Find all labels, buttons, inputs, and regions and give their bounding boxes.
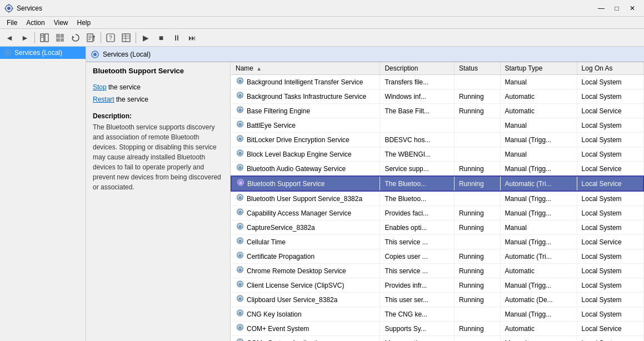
cell-logon: Local Service xyxy=(577,162,643,177)
menu-help[interactable]: Help xyxy=(73,18,96,28)
play-button[interactable]: ▶ xyxy=(138,31,153,45)
services-table-container[interactable]: Name ▲ Description Status Startup Type xyxy=(231,62,644,341)
col-description[interactable]: Description xyxy=(380,62,455,75)
table-row[interactable]: Bluetooth User Support Service_8382aThe … xyxy=(231,191,643,206)
table-row[interactable]: Background Intelligent Transfer ServiceT… xyxy=(231,75,643,89)
view-list-button[interactable] xyxy=(119,31,133,45)
show-console-button[interactable] xyxy=(37,31,52,45)
table-row[interactable]: Chrome Remote Desktop ServiceThis servic… xyxy=(231,264,643,278)
service-icon xyxy=(236,91,244,102)
table-row[interactable]: Bluetooth Support ServiceThe Bluetoo...R… xyxy=(231,176,643,191)
table-row[interactable]: CaptureService_8382aEnables opti...Runni… xyxy=(231,220,643,235)
table-row[interactable]: COM+ System ApplicationManages th...Manu… xyxy=(231,336,643,342)
refresh-button[interactable] xyxy=(68,31,83,45)
cell-desc: Enables opti... xyxy=(380,220,455,235)
close-button[interactable]: ✕ xyxy=(625,3,640,14)
svg-point-33 xyxy=(239,80,242,83)
pause-button[interactable]: ⏸ xyxy=(169,31,184,45)
cell-name: Client License Service (ClipSVC) xyxy=(231,278,380,293)
view-button[interactable] xyxy=(53,31,67,45)
toolbar-separator-1 xyxy=(34,32,35,43)
cell-status: Running xyxy=(454,176,500,191)
restart-link[interactable]: Restart xyxy=(93,96,114,103)
cell-desc: This user ser... xyxy=(380,293,455,307)
menu-file[interactable]: File xyxy=(2,18,22,28)
menu-view[interactable]: View xyxy=(49,18,73,28)
svg-rect-23 xyxy=(122,34,130,42)
table-row[interactable]: Base Filtering EngineThe Base Filt...Run… xyxy=(231,104,643,118)
svg-point-72 xyxy=(239,269,242,272)
back-button[interactable]: ◄ xyxy=(2,31,17,45)
cell-name: BattlEye Service xyxy=(231,118,380,133)
service-name-text: COM+ Event System xyxy=(247,325,309,333)
service-name-text: Client License Service (ClipSVC) xyxy=(247,282,344,289)
service-icon xyxy=(236,323,244,334)
cell-desc: Service supp... xyxy=(380,162,455,177)
cell-logon: Local System xyxy=(577,191,643,206)
col-name[interactable]: Name ▲ xyxy=(231,62,380,75)
table-row[interactable]: Block Level Backup Engine ServiceThe WBE… xyxy=(231,147,643,162)
panel-header-title: Services (Local) xyxy=(103,51,151,58)
menu-action[interactable]: Action xyxy=(22,18,49,28)
svg-point-75 xyxy=(239,283,242,286)
cell-startup: Manual xyxy=(500,220,577,235)
tree-item-services-local[interactable]: Services (Local) xyxy=(0,47,86,59)
table-row[interactable]: COM+ Event SystemSupports Sy...RunningAu… xyxy=(231,322,643,336)
stop-button[interactable]: ■ xyxy=(154,31,168,45)
cell-startup: Manual (Trigg... xyxy=(500,206,577,220)
cell-desc: The WBENGI... xyxy=(380,147,455,162)
cell-status: Running xyxy=(454,162,500,177)
cell-status xyxy=(454,133,500,147)
table-row[interactable]: CNG Key IsolationThe CNG ke...Manual (Tr… xyxy=(231,307,643,322)
desc-service-title: Bluetooth Support Service xyxy=(93,67,223,75)
cell-name: Clipboard User Service_8382a xyxy=(231,293,380,307)
cell-logon: Local System xyxy=(577,75,643,89)
col-logon[interactable]: Log On As xyxy=(577,62,643,75)
tree-item-label: Services (Local) xyxy=(14,49,62,57)
service-icon xyxy=(236,193,244,204)
export-button[interactable] xyxy=(84,31,98,45)
main-container: Services (Local) Services (Local) Blueto… xyxy=(0,47,644,341)
desc-section-title: Description: xyxy=(93,112,223,120)
table-row[interactable]: Clipboard User Service_8382aThis user se… xyxy=(231,293,643,307)
svg-point-78 xyxy=(239,298,242,300)
svg-rect-13 xyxy=(61,38,64,42)
table-row[interactable]: BitLocker Drive Encryption ServiceBDESVC… xyxy=(231,133,643,147)
col-startup-type[interactable]: Startup Type xyxy=(500,62,577,75)
table-row[interactable]: Certificate PropagationCopies user ...Ru… xyxy=(231,249,643,264)
cell-logon: Local System xyxy=(577,206,643,220)
help-button[interactable]: ? xyxy=(103,31,118,45)
table-row[interactable]: Cellular TimeThis service ...Manual (Tri… xyxy=(231,235,643,249)
forward-button[interactable]: ► xyxy=(18,31,32,45)
menu-bar: File Action View Help xyxy=(0,17,644,29)
cell-startup: Manual (Trigg... xyxy=(500,235,577,249)
svg-rect-11 xyxy=(61,34,64,38)
table-row[interactable]: Client License Service (ClipSVC)Provides… xyxy=(231,278,643,293)
table-row[interactable]: Background Tasks Infrastructure ServiceW… xyxy=(231,89,643,104)
stop-link[interactable]: Stop xyxy=(93,83,107,91)
desc-text: The Bluetooth service supports discovery… xyxy=(93,122,223,192)
maximize-button[interactable]: □ xyxy=(610,3,624,14)
service-name-text: COM+ System Application xyxy=(247,339,325,342)
cell-name: CNG Key Isolation xyxy=(231,307,380,322)
minimize-button[interactable]: — xyxy=(594,3,608,14)
table-row[interactable]: Capability Access Manager ServiceProvide… xyxy=(231,206,643,220)
resume-button[interactable]: ⏭ xyxy=(185,31,199,45)
table-row[interactable]: Bluetooth Audio Gateway ServiceService s… xyxy=(231,162,643,177)
service-icon xyxy=(236,222,244,233)
cell-desc: Provides infr... xyxy=(380,278,455,293)
cell-status xyxy=(454,191,500,206)
svg-marker-19 xyxy=(93,35,95,37)
cell-logon: Local Service xyxy=(577,235,643,249)
cell-startup: Automatic xyxy=(500,264,577,278)
cell-startup: Manual xyxy=(500,147,577,162)
service-icon xyxy=(236,309,244,319)
cell-status: Running xyxy=(454,322,500,336)
cell-startup: Automatic xyxy=(500,322,577,336)
svg-point-63 xyxy=(239,225,242,228)
col-status[interactable]: Status xyxy=(454,62,500,75)
svg-point-48 xyxy=(239,152,242,155)
service-icon xyxy=(236,149,244,159)
cell-startup: Manual (Trigg... xyxy=(500,133,577,147)
table-row[interactable]: BattlEye ServiceManualLocal System xyxy=(231,118,643,133)
